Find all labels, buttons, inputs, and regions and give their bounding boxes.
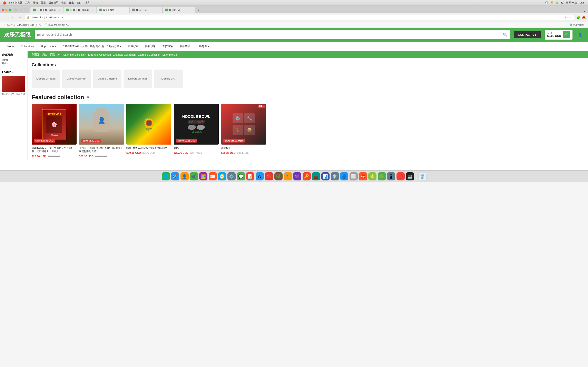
dock-app14[interactable]: 📱 [387,172,395,180]
tab-shopline-3[interactable]: SHOPLINE ✕ [163,7,195,13]
partial-nav-home[interactable]: Home [2,58,25,61]
back-button[interactable]: ‹ [2,15,8,20]
menu-history[interactable]: 历史记录 [49,1,58,4]
dock-facetime[interactable]: 📹 [190,172,198,180]
close-window-button[interactable] [2,9,4,11]
dock-app11[interactable]: 🎯 [359,172,367,180]
search-button[interactable]: 🔍 [503,33,507,37]
nav-shipping[interactable]: 发货政策 [159,42,176,51]
dock-app5[interactable]: 🔑 [303,172,311,180]
bookmark-jira[interactable]: 📋 [JZYF-1719] 快速查看功能 - JIRA [2,23,42,27]
dock-app10[interactable]: ⬜ [350,172,358,180]
nav-first-level[interactable]: 一级导航 ▾ [193,42,213,51]
menu-view[interactable]: 显示 [41,1,46,4]
dock-photos[interactable]: 🖼️ [199,172,208,180]
tab-back-button[interactable]: ‹ [19,8,23,12]
maximize-window-button[interactable] [9,9,11,11]
dock-app3[interactable]: 🔧 [284,172,292,180]
tab-huanle[interactable]: 欢乐无极限 ✕ [96,7,129,13]
nav-terms[interactable]: 服务条款 [176,42,193,51]
dock-app15[interactable]: 🔴 [397,172,405,180]
bookmark-huanle[interactable]: 🛍️ 欢乐无极限 [568,23,586,27]
product-card-3[interactable]: 🌻 结算--标签01标签02标签03--询价商品 $20.36 USD $30.… [126,104,171,158]
product-card-5[interactable]: 套餐 1 ⚙️ 🔧 🪑 📦 Save $10.11 USD [221,104,266,158]
cart-icon[interactable]: 🛒 [563,31,570,38]
example-col-2[interactable]: Example Collection [62,69,91,88]
dock-app12[interactable]: ⭐ [368,172,376,180]
tab-close-button[interactable]: ✕ [58,8,61,11]
dock-finder[interactable]: 🌐 [162,172,170,180]
menu-safari[interactable]: Safari浏览器 [9,1,22,4]
product-card-4[interactable]: NOODLE BOWL 奥氏体 铂金碗 10个免费刻字 Save $10.11 … [174,104,219,158]
bookmark-langbo[interactable]: 📄 浪拨 2号（美国）AM [43,23,71,27]
contact-us-button[interactable]: CONTACT US [514,31,541,38]
address-bar[interactable]: 🔒 rebeka12.stg.tina.duowan.com A↔ ↻ [24,15,575,20]
reload-button[interactable]: ↻ [17,15,22,20]
dock-launchpad[interactable]: 🚀 [171,172,179,180]
dropdown-arrow: ▾ [208,45,209,48]
example-col-1[interactable]: Example Collection [32,69,60,88]
account-icon[interactable]: 👤 [577,31,584,38]
address-text: rebeka12.stg.tina.duowan.com [31,16,564,19]
nav-collections[interactable]: Collections [18,42,37,51]
menu-dev[interactable]: 开发 [69,1,74,4]
dock-app1[interactable]: 🔴 [265,172,273,180]
example-col-5[interactable]: Example Co... [154,69,183,88]
dock-app7[interactable]: 📊 [321,172,329,180]
dock-terminal[interactable]: 💻 [406,172,414,180]
tab-comeback[interactable]: Come back! ✕ [130,7,162,13]
dock-app2[interactable]: 🌿 [274,172,283,180]
tab-shopline-1[interactable]: SHOPLINE 編輯器 ✕ [30,7,63,13]
new-tab-button[interactable]: + [196,8,201,13]
dock-contacts[interactable]: 👤 [181,172,189,180]
dock-safari[interactable]: 🧭 [218,172,226,180]
nav-all-products[interactable]: All products ▾ [37,42,60,51]
dock-app9[interactable]: 🔵 [340,172,348,180]
cart-total[interactable]: Total $0.00 USD 🛒 [545,30,572,40]
nav-refund[interactable]: 退款政策 [125,42,142,51]
product-card-1[interactable]: 9拼6味匠心烘培 🌸 厚礼 620g Save $20.36 USD Moonc… [32,104,77,158]
product-title-1: Mooncake2，中秋佳节必送，明月几时有，把酒问青天，但愿人长 [32,146,77,153]
partial-left-sidebar: 欢乐无极 Home Colle... Featur... 封面图不为空，商品为6… [0,51,27,160]
menu-window[interactable]: 窗口 [77,1,82,4]
sidebar-toggle-button[interactable]: ⊟ [13,8,18,12]
forward-button[interactable]: › [9,15,15,20]
partial-featured-label: Featur... [2,70,25,74]
dock-notes[interactable]: 📝 [246,172,254,180]
dock-app8[interactable]: 🛡️ [331,172,339,180]
dock-app4[interactable]: 💜 [293,172,301,180]
apple-menu[interactable]: 🍎 [2,1,6,4]
tab-close-button[interactable]: ✕ [91,8,94,11]
dock-trash[interactable]: 🗑️ [418,172,426,180]
tab-bar: ⊟ ‹ › SHOPLINE 編輯器 ✕ SHOPLINE 編輯器 ✕ 欢乐无极… [0,6,588,13]
content-area: 到面图个刀全，商品为6"I Example Collection Example… [27,51,588,160]
nav-test-category[interactable]: 1102测试验证大分类一级标题-只有1个商品分类 ▾ [60,42,125,51]
nav-privacy[interactable]: 隐私政策 [142,42,159,51]
dock-app6[interactable]: 💼 [312,172,320,180]
dock-app13[interactable]: 🟢 [378,172,386,180]
share-icon[interactable]: 📤 [582,16,586,19]
product-card-2[interactable]: 👤 Save $1.02 USD 【列表】--结算-单规格--6666（该商品正… [79,104,124,158]
extensions-icon[interactable]: 🧩 [577,16,581,19]
example-col-3[interactable]: Example Collection [93,69,121,88]
search-input[interactable] [37,33,501,36]
menu-help[interactable]: 帮助 [85,1,89,4]
tab-shopline-2[interactable]: SHOPLINE 編輯器 ✕ [63,7,96,13]
collection-item-5: Example Co... [163,53,179,56]
menu-file[interactable]: 文件 [25,1,30,4]
example-col-4[interactable]: Example Collection [123,69,152,88]
dock-system-prefs[interactable]: ⚙️ [227,172,236,180]
tab-overflow-button[interactable]: › [582,9,586,13]
nav-home[interactable]: Home [4,42,18,51]
tab-close-button[interactable]: ✕ [124,8,127,11]
dock-word[interactable]: W [256,172,264,180]
tab-close-button[interactable]: ✕ [157,8,160,11]
tab-forward-button[interactable]: › [24,8,28,12]
minimize-window-button[interactable] [5,9,8,11]
menu-edit[interactable]: 编辑 [33,1,38,4]
partial-nav-collections[interactable]: Colle... [2,62,25,64]
tab-close-button[interactable]: ✕ [190,8,193,11]
dock-wechat[interactable]: 💬 [237,172,245,180]
menu-bookmarks[interactable]: 书签 [61,1,66,4]
dock-mail[interactable]: ✉️ [209,172,217,180]
